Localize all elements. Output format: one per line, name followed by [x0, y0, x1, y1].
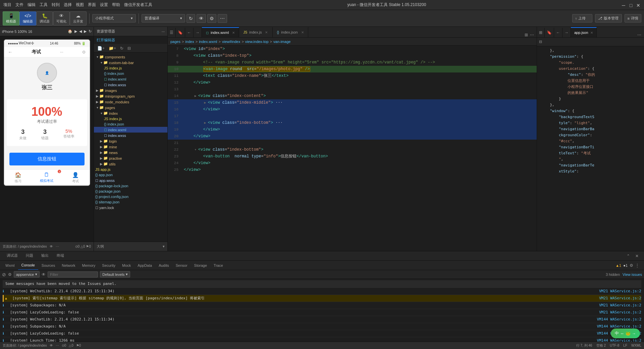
more-bottom-icon[interactable]: ⋯: [56, 245, 59, 248]
window-controls[interactable]: ─ □ ✕: [621, 3, 641, 7]
share-icon-phone[interactable]: ⊙: [82, 50, 86, 54]
close-button[interactable]: ✕: [636, 3, 641, 7]
devtools-tab-network[interactable]: Network: [58, 261, 78, 270]
more-icon-phone[interactable]: ···: [60, 50, 63, 54]
status-more[interactable]: ⋯: [56, 344, 59, 347]
editor-toggle[interactable]: </> 编辑器: [19, 11, 36, 26]
tab-js-close[interactable]: ✕: [265, 31, 268, 34]
tab-json-close[interactable]: ✕: [301, 31, 304, 34]
sim-refresh-icon[interactable]: ↻: [89, 29, 92, 34]
tree-file-index-wxml[interactable]: ◻ index.wxml: [94, 127, 167, 133]
open-editor-link[interactable]: 打开编辑器: [94, 36, 167, 44]
devtools-tab-mock[interactable]: Mock: [119, 261, 134, 270]
tree-folder-node-modules[interactable]: ▶ 📁 node_modules: [94, 99, 167, 105]
collapse-all-btn[interactable]: ⊟: [539, 40, 542, 44]
menu-view[interactable]: 视图: [76, 2, 84, 8]
nav-fwd-btn[interactable]: →: [194, 28, 202, 37]
new-file-btn[interactable]: 📄+: [96, 45, 106, 51]
menu-select[interactable]: 选择: [64, 2, 72, 8]
tree-file-index-js[interactable]: JS index.js: [94, 116, 167, 121]
code-editor[interactable]: 7 <view id="index"> 8 <view class="index…: [168, 46, 537, 251]
collapse-18[interactable]: ▶: [203, 121, 207, 125]
tree-file-ctb-indexjs[interactable]: JS index.js: [94, 65, 167, 71]
show-button[interactable]: 👁: [197, 14, 206, 23]
devtools-tab-appdata[interactable]: AppData: [134, 261, 155, 270]
bottom-tab-terminal[interactable]: 终端: [53, 251, 68, 261]
menu-bar[interactable]: 项目 文件 编辑 工具 转到 选择 视图 界面 设置 帮助 微信开发者工具: [3, 2, 152, 8]
devtools-tab-wxml[interactable]: Wxml: [2, 261, 18, 270]
bottom-tab-issues[interactable]: 问题: [22, 251, 37, 261]
eye-filter-icon[interactable]: 👁: [42, 272, 46, 277]
new-folder-btn[interactable]: 📁+: [107, 45, 117, 51]
eye-bottom-icon[interactable]: 👁: [50, 245, 53, 248]
sim-play-icon[interactable]: ▶: [74, 29, 77, 34]
debugger-toggle[interactable]: 🐛 调试器: [36, 11, 53, 26]
minimize-button[interactable]: ─: [621, 3, 626, 7]
console-settings-icon[interactable]: ⚙: [8, 272, 12, 277]
tree-file-index-wxss[interactable]: ◻ index.wxss: [94, 133, 167, 138]
tree-file-sitemap[interactable]: {} sitemap.json: [94, 199, 167, 205]
detail-button[interactable]: ≡ 详情: [625, 14, 641, 22]
menu-wechat-dev[interactable]: 微信开发者工具: [124, 2, 152, 8]
devtools-tab-sources[interactable]: Sources: [38, 261, 58, 270]
tree-file-appjson[interactable]: {} app.json: [94, 172, 167, 178]
tab-index-wxml[interactable]: ◻ index.wxml ✕: [202, 27, 239, 37]
settings-icon-btn[interactable]: ⚙: [207, 14, 216, 23]
outline-toggle[interactable]: ▾: [163, 244, 165, 249]
right-panel-split-icon[interactable]: ⊞: [537, 28, 545, 37]
compile-select[interactable]: 普通编译 ▾: [142, 14, 185, 22]
visual-toggle[interactable]: 👁 可视化: [53, 11, 70, 26]
console-src-2[interactable]: VM21 WAService.js:2: [591, 295, 641, 301]
tree-file-ctb-indexjson[interactable]: {} index.json: [94, 71, 167, 76]
menu-tool[interactable]: 工具: [40, 2, 48, 8]
breadcrumb-van-image[interactable]: van-image: [273, 40, 290, 44]
tab-index-json[interactable]: {} index.json ✕: [273, 27, 308, 37]
menu-goto[interactable]: 转到: [52, 2, 60, 8]
appservice-select[interactable]: appservice ▾: [14, 271, 40, 278]
cloud-toggle[interactable]: ☁ 云开发: [70, 11, 87, 26]
breadcrumb-index[interactable]: index: [185, 40, 194, 44]
console-filter-input[interactable]: [48, 271, 98, 278]
breadcrumb-wxml[interactable]: index.wxml: [199, 40, 217, 44]
file-tree-more[interactable]: ···: [162, 30, 165, 34]
nav-practice[interactable]: 🏠 练习: [4, 170, 33, 186]
bottom-tab-debugger[interactable]: 调试器: [3, 251, 22, 261]
tree-folder-components[interactable]: ▾ 📁 components: [94, 54, 167, 60]
collapse-14[interactable]: ▶: [194, 94, 198, 98]
tree-file-appwxss[interactable]: ◻ app.wxss: [94, 178, 167, 183]
tree-file-yarn-lock[interactable]: ◻ yarn.lock: [94, 205, 167, 210]
right-tab-close[interactable]: ✕: [590, 31, 593, 35]
menu-settings[interactable]: 设置: [100, 2, 108, 8]
tree-folder-miniprogram-npm[interactable]: ▶ 📁 miniprogram_npm: [94, 93, 167, 99]
sim-fwd-icon[interactable]: ▶: [84, 29, 87, 34]
console-src-4[interactable]: VM21 WAService.js:2: [591, 309, 641, 315]
devtools-tab-security[interactable]: Security: [99, 261, 119, 270]
right-tab-appjson[interactable]: app.json ✕: [571, 27, 597, 37]
tree-folder-mine[interactable]: ▶ 📁 mine: [94, 144, 167, 150]
tree-file-project-config[interactable]: {} project.config.json: [94, 194, 167, 199]
right-more-btn[interactable]: ⋯: [637, 33, 641, 37]
log-level-select[interactable]: Default levels ▾: [100, 271, 130, 278]
bottom-tab-output[interactable]: 输出: [37, 251, 53, 261]
devtools-dots-icon[interactable]: ⋮: [635, 263, 639, 268]
maximize-button[interactable]: □: [629, 3, 633, 7]
breadcrumb-view-top[interactable]: view.index-top: [245, 40, 269, 44]
tree-folder-login[interactable]: ▶ 📁 login: [94, 138, 167, 144]
collapse-tree-btn[interactable]: ⊟: [126, 45, 132, 51]
nav-mock-exam[interactable]: 🗒 3 模拟考试: [33, 170, 61, 186]
menu-interface[interactable]: 界面: [88, 2, 96, 8]
tree-file-index-json[interactable]: {} index.json: [94, 121, 167, 127]
nav-back-btn[interactable]: ←: [185, 28, 194, 37]
sim-device-select[interactable]: iPhone 5 100% 16: [2, 30, 32, 34]
tree-file-appjs[interactable]: JS app.js: [94, 167, 167, 172]
tree-file-pkg[interactable]: {} package.json: [94, 189, 167, 194]
upload-button[interactable]: ↑ 上传: [572, 14, 592, 22]
collapse-22[interactable]: ▾: [194, 148, 198, 152]
tree-file-ctb-indexwxss[interactable]: ◻ index.wxss: [94, 82, 167, 88]
right-fwd-btn[interactable]: →: [562, 28, 571, 37]
collapse-sidebar-btn[interactable]: ☰: [168, 28, 176, 37]
menu-help[interactable]: 帮助: [112, 2, 120, 8]
devtools-settings-icon[interactable]: ⚙: [630, 263, 633, 268]
more-tabs-btn[interactable]: ⋯: [530, 33, 534, 37]
collapse-15[interactable]: ▶: [203, 101, 207, 105]
